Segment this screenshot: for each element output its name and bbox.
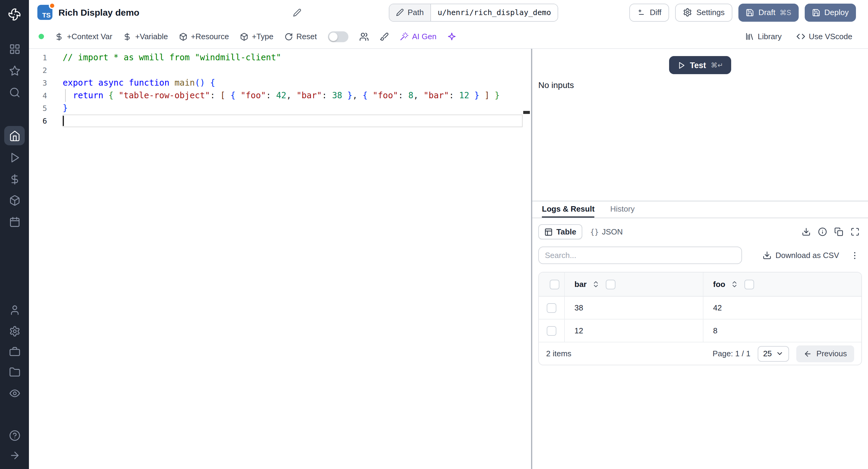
reset-label: Reset — [296, 32, 317, 41]
code-line[interactable]: // import * as wmill from "windmill-clie… — [63, 51, 523, 64]
sidebar-item-grid[interactable] — [5, 40, 24, 57]
add-variable-button[interactable]: +Variable — [123, 32, 168, 41]
library-label: Library — [758, 32, 782, 41]
edit-path-button[interactable]: Path — [390, 4, 431, 21]
sidebar-item-resources[interactable] — [5, 192, 24, 209]
copy-result-button[interactable] — [834, 227, 843, 236]
sort-button[interactable] — [592, 280, 600, 288]
sidebar-item-audit[interactable] — [5, 385, 24, 402]
page-title: Rich Display demo — [59, 7, 139, 18]
sidebar-item-folders[interactable] — [5, 364, 24, 380]
draft-button[interactable]: Draft ⌘S — [738, 3, 798, 22]
code-line[interactable]: return { "table-row-object": [ { "foo": … — [63, 89, 523, 102]
add-context-var-button[interactable]: +Context Var — [55, 32, 113, 41]
column-header-foo: foo — [713, 280, 725, 289]
user-icon — [9, 304, 20, 316]
table-cell: 38 — [564, 296, 703, 319]
table-view-button[interactable]: Table — [538, 224, 582, 239]
table-body: 3842128 — [539, 296, 861, 342]
download-csv-label: Download as CSV — [775, 251, 839, 260]
test-label: Test — [690, 61, 706, 70]
windmill-logo[interactable] — [5, 5, 24, 24]
editor-overview-marker — [523, 111, 530, 114]
ai-autocomplete-button[interactable] — [447, 32, 456, 41]
expand-result-button[interactable] — [850, 227, 860, 236]
diff-label: Diff — [650, 8, 661, 17]
eye-icon — [9, 387, 20, 399]
result-info-button[interactable] — [818, 227, 827, 236]
sort-button[interactable] — [731, 280, 738, 288]
info-icon — [818, 227, 827, 236]
search-input[interactable] — [538, 247, 742, 264]
ai-gen-label: AI Gen — [412, 32, 436, 41]
sidebar-item-workers[interactable] — [5, 343, 24, 360]
language-badge[interactable]: TS — [37, 5, 53, 20]
code-editor[interactable]: 123456 // import * as wmill from "windmi… — [29, 49, 531, 469]
table-search-row: Download as CSV — [538, 247, 862, 264]
sidebar-item-settings[interactable] — [5, 322, 24, 339]
sparkles-icon — [447, 32, 456, 41]
line-number: 4 — [29, 89, 63, 102]
select-all-checkbox[interactable] — [550, 279, 559, 289]
add-type-button[interactable]: +Type — [240, 32, 274, 41]
sidebar-item-runs[interactable] — [5, 149, 24, 166]
code-line[interactable] — [63, 64, 523, 76]
sidebar-item-home[interactable] — [4, 126, 25, 145]
draft-shortcut: ⌘S — [780, 8, 791, 17]
path-chip: Path u/henri/rich_display_demo — [389, 3, 558, 22]
download-result-button[interactable] — [802, 227, 811, 236]
format-code-button[interactable] — [379, 32, 389, 41]
sidebar-item-collapse[interactable] — [5, 447, 24, 464]
test-button[interactable]: Test ⌘↵ — [669, 56, 732, 74]
column-checkbox-foo[interactable] — [744, 279, 754, 289]
table-row[interactable]: 3842 — [539, 296, 861, 319]
table-row[interactable]: 128 — [539, 319, 861, 342]
code-line[interactable]: } — [63, 102, 523, 115]
table-menu-button[interactable] — [850, 250, 860, 260]
line-number: 3 — [29, 76, 63, 89]
path-value[interactable]: u/henri/rich_display_demo — [431, 4, 558, 21]
deploy-button[interactable]: Deploy — [804, 3, 856, 22]
code-line[interactable] — [63, 115, 523, 127]
diff-button[interactable]: Diff — [629, 3, 670, 22]
toggle-switch[interactable] — [328, 31, 348, 42]
column-checkbox-bar[interactable] — [606, 279, 615, 289]
box-icon — [179, 32, 187, 41]
row-checkbox[interactable] — [547, 326, 556, 336]
chevron-down-icon — [776, 350, 784, 357]
header: TS Rich Display demo Path u/henri/rich_d… — [29, 0, 868, 25]
row-checkbox[interactable] — [547, 303, 556, 313]
code-line[interactable]: export async function main() { — [63, 76, 523, 89]
grid-icon — [9, 43, 20, 55]
page-size-select[interactable]: 25 — [758, 346, 789, 362]
json-view-label: JSON — [602, 227, 623, 236]
folder-icon — [9, 366, 20, 378]
column-header-bar: bar — [575, 280, 587, 289]
tab-history[interactable]: History — [610, 201, 635, 218]
sidebar-item-user[interactable] — [5, 302, 24, 318]
edit-summary-button[interactable] — [293, 8, 301, 17]
ai-gen-button[interactable]: AI Gen — [399, 32, 436, 41]
download-csv-button[interactable]: Download as CSV — [762, 251, 839, 260]
help-circle-icon — [9, 430, 20, 441]
use-vscode-label: Use VScode — [809, 32, 852, 41]
previous-page-button[interactable]: Previous — [797, 345, 854, 362]
reset-button[interactable]: Reset — [284, 32, 317, 41]
gear-icon — [683, 8, 692, 17]
multiplayer-button[interactable] — [359, 32, 369, 41]
use-vscode-button[interactable]: Use VScode — [796, 32, 852, 41]
tab-logs-result[interactable]: Logs & Result — [542, 201, 595, 218]
sidebar-item-schedules[interactable] — [5, 213, 24, 230]
deploy-label: Deploy — [824, 8, 849, 17]
json-view-button[interactable]: {} JSON — [590, 227, 623, 236]
play-icon — [9, 152, 20, 163]
sidebar-item-favorites[interactable] — [5, 62, 24, 79]
save-icon — [746, 8, 754, 17]
sidebar-item-help[interactable] — [5, 427, 24, 444]
add-resource-button[interactable]: +Resource — [179, 32, 229, 41]
sidebar-item-variables[interactable] — [5, 170, 24, 187]
save-icon — [812, 8, 820, 17]
library-button[interactable]: Library — [745, 32, 782, 41]
sidebar-item-search[interactable] — [5, 84, 24, 101]
settings-button[interactable]: Settings — [675, 3, 733, 22]
